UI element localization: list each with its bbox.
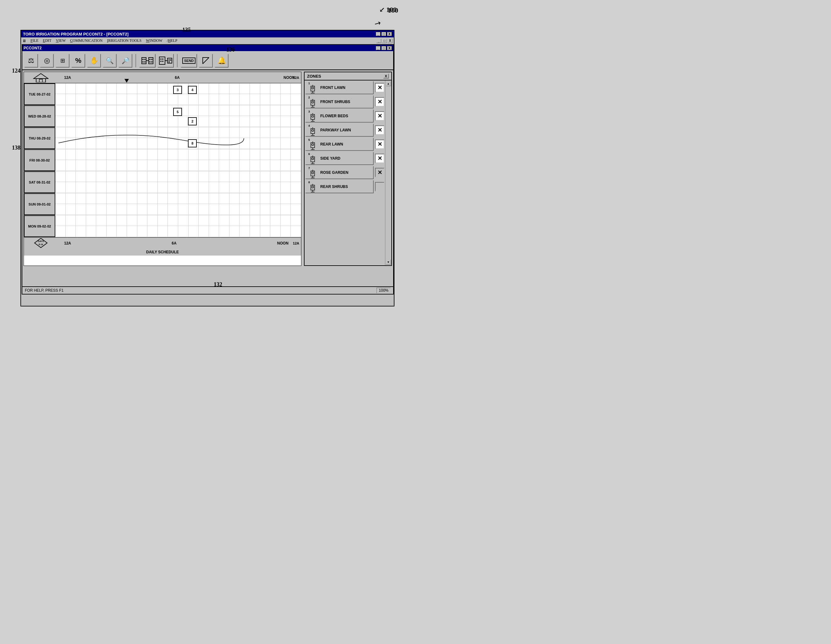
- time-pointer-top: [124, 79, 129, 83]
- zone-3-checkbox[interactable]: ✕: [375, 111, 384, 121]
- zoom-in-btn[interactable]: 🔍: [103, 54, 116, 68]
- inner-close-btn[interactable]: X: [387, 39, 393, 43]
- connect-a-btn[interactable]: [139, 54, 156, 68]
- zone-3-btn[interactable]: 3 FLOWER BEDS: [305, 110, 374, 122]
- zone-8-checkbox[interactable]: [375, 182, 384, 191]
- arrow-100: ↗: [373, 18, 382, 29]
- zone-5-checkbox[interactable]: ✕: [375, 140, 384, 149]
- event-5[interactable]: 5: [173, 108, 182, 116]
- svg-point-12: [160, 59, 162, 60]
- zone-7-checkbox[interactable]: ✕: [375, 168, 384, 177]
- inner-close-x-btn[interactable]: X: [387, 46, 392, 50]
- menu-view[interactable]: VIEW: [54, 38, 68, 44]
- timeline-tue[interactable]: 3 4: [55, 83, 301, 105]
- timeline-mon[interactable]: [55, 215, 301, 237]
- event-2[interactable]: 2: [188, 117, 197, 126]
- zone-4-btn[interactable]: 4 PARKWAY LAWN: [305, 124, 374, 137]
- date-label-mon: MON 09-02-02: [24, 215, 55, 237]
- timeline-footer-labels: 12A 6A NOON: [58, 241, 295, 245]
- status-help-text: FOR HELP, PRESS F1: [25, 288, 377, 293]
- right-12a-bottom: 12A: [293, 242, 299, 245]
- house-icon: [24, 73, 58, 82]
- zone-8-btn[interactable]: 8 REAR SHRUBS: [305, 180, 374, 193]
- zone-7-btn[interactable]: 7 ROSE GARDEN: [305, 166, 374, 179]
- zone-1-name: FRONT LAWN: [320, 86, 345, 90]
- svg-marker-24: [35, 238, 47, 248]
- zone-6-name: SIDE YARD: [320, 156, 341, 161]
- inner-max-btn[interactable]: □: [381, 46, 386, 50]
- timeline-sun[interactable]: [55, 193, 301, 215]
- timeline-header-labels: 12A 6A NOON: [58, 75, 301, 80]
- svg-point-8: [151, 59, 153, 60]
- menu-help[interactable]: /HELP: [165, 38, 179, 44]
- zone-2-checkbox[interactable]: ✕: [375, 97, 384, 107]
- timeline-thu[interactable]: 8: [55, 127, 301, 149]
- zone-2-name: FRONT SHRUBS: [320, 100, 350, 104]
- zone-4-checkbox[interactable]: ✕: [375, 126, 384, 135]
- zones-scrollbar[interactable]: ▲ ▼: [385, 81, 391, 265]
- days-label: DAYS 6-14: [24, 238, 58, 248]
- table-row: WED 08-28-02 5 2: [24, 105, 301, 127]
- event-3[interactable]: 3: [173, 86, 182, 94]
- inner-minimize-btn[interactable]: _: [376, 39, 381, 43]
- inner-title: PCCONT2: [24, 46, 41, 50]
- schedule-rows-container: TUE 08-27-02: [24, 83, 301, 237]
- inner-title-bar: PCCONT2 _ □ X: [22, 45, 393, 51]
- menu-edit[interactable]: EDIT: [41, 38, 53, 44]
- close-btn[interactable]: X: [387, 32, 392, 36]
- zone-1-btn[interactable]: 1 FRONT LAWN: [305, 81, 374, 94]
- hand-tool-btn[interactable]: ✋: [87, 54, 101, 68]
- zones-close-btn[interactable]: X: [383, 73, 389, 79]
- inner-min-btn[interactable]: _: [376, 46, 380, 50]
- timeline-wed[interactable]: 5 2: [55, 105, 301, 127]
- connect-b-btn[interactable]: [158, 54, 174, 68]
- svg-point-45: [312, 129, 314, 131]
- label-138: 138: [12, 145, 21, 151]
- maximize-btn[interactable]: □: [381, 32, 386, 36]
- svg-point-65: [312, 186, 314, 188]
- label-136: 136: [226, 46, 235, 53]
- zone-5-name: REAR LAWN: [320, 142, 343, 146]
- zone-1-checkbox[interactable]: ✕: [375, 83, 384, 92]
- scroll-thumb[interactable]: [386, 87, 391, 259]
- zones-header: ZONES X: [304, 72, 391, 81]
- minimize-btn[interactable]: _: [376, 32, 380, 36]
- app-title: TORO IRRIGATION PROGRAM PCCONT2 - [PCCON…: [23, 32, 129, 37]
- zone-2-btn[interactable]: 2 FRONT SHRUBS: [305, 95, 374, 108]
- main-toolbar: ⚖ ◎ ⊞ % ✋ 🔍 🔎: [22, 51, 393, 70]
- notify-btn[interactable]: 🔔: [215, 54, 229, 68]
- svg-point-55: [312, 158, 314, 160]
- scroll-down-btn[interactable]: ▼: [386, 259, 391, 265]
- svg-point-2: [144, 59, 145, 60]
- date-label-thu: THU 08-29-02: [24, 127, 55, 149]
- timeline-fri[interactable]: [55, 149, 301, 171]
- send-btn[interactable]: SEND: [181, 54, 197, 68]
- date-label-tue: TUE 08-27-02: [24, 83, 55, 105]
- menu-file[interactable]: FILE: [29, 38, 40, 44]
- status-bar: FOR HELP, PRESS F1 100%: [22, 286, 393, 294]
- scale-tool-btn[interactable]: ⚖: [24, 54, 38, 68]
- svg-text:DAYS: DAYS: [38, 240, 44, 242]
- shape-tool-btn[interactable]: [199, 54, 213, 68]
- svg-point-14: [160, 60, 162, 62]
- zone-6-checkbox[interactable]: ✕: [375, 154, 384, 163]
- grid-tool-btn[interactable]: ⊞: [56, 54, 70, 68]
- svg-point-13: [162, 59, 164, 60]
- zone-6-btn[interactable]: 6 SIDE YARD: [305, 152, 374, 165]
- inner-maximize-btn[interactable]: □: [382, 39, 387, 43]
- label-100-outer: 100: [388, 6, 398, 14]
- event-8[interactable]: 8: [188, 139, 197, 148]
- svg-point-18: [169, 59, 170, 60]
- zoom-out-btn[interactable]: 🔎: [118, 54, 132, 68]
- menu-window[interactable]: WINDOW: [144, 38, 164, 44]
- scroll-up-btn[interactable]: ▲: [386, 81, 391, 86]
- zone-5-btn[interactable]: 5 REAR LAWN: [305, 138, 374, 151]
- timeline-sat[interactable]: [55, 171, 301, 193]
- menu-irrigation-tools[interactable]: IRRIGATION TOOLS: [105, 38, 143, 44]
- event-4[interactable]: 4: [188, 86, 197, 94]
- percent-tool-btn[interactable]: %: [72, 54, 85, 68]
- label-132: 132: [214, 281, 222, 288]
- menu-communication[interactable]: COMMUNICATION: [68, 38, 104, 44]
- app-icon: 🖥: [22, 39, 26, 43]
- circle-tool-btn[interactable]: ◎: [40, 54, 54, 68]
